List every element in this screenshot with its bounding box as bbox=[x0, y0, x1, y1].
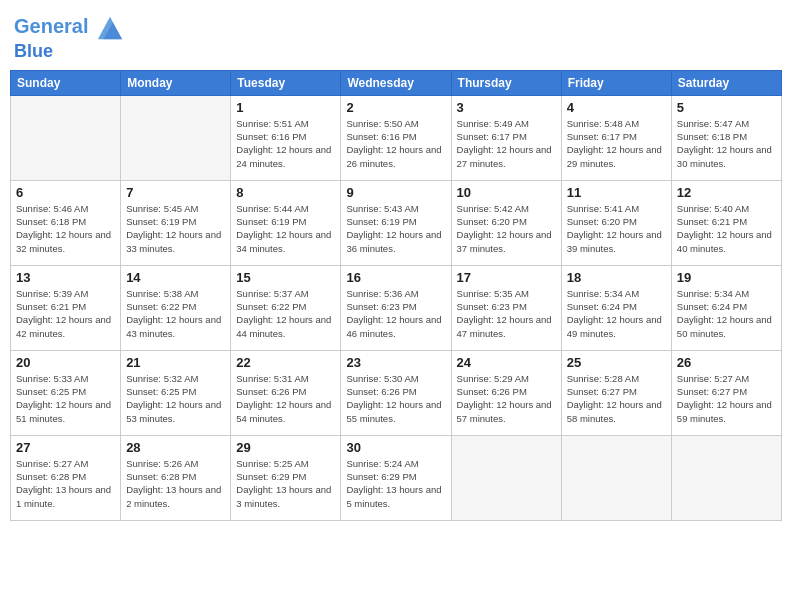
logo: General Blue bbox=[14, 14, 124, 62]
day-number: 12 bbox=[677, 185, 776, 200]
day-number: 25 bbox=[567, 355, 666, 370]
day-number: 2 bbox=[346, 100, 445, 115]
day-info: Sunrise: 5:29 AM Sunset: 6:26 PM Dayligh… bbox=[457, 372, 556, 425]
week-row-2: 6Sunrise: 5:46 AM Sunset: 6:18 PM Daylig… bbox=[11, 180, 782, 265]
day-info: Sunrise: 5:45 AM Sunset: 6:19 PM Dayligh… bbox=[126, 202, 225, 255]
day-number: 8 bbox=[236, 185, 335, 200]
calendar-cell bbox=[671, 435, 781, 520]
calendar-cell: 22Sunrise: 5:31 AM Sunset: 6:26 PM Dayli… bbox=[231, 350, 341, 435]
calendar-cell: 6Sunrise: 5:46 AM Sunset: 6:18 PM Daylig… bbox=[11, 180, 121, 265]
day-info: Sunrise: 5:32 AM Sunset: 6:25 PM Dayligh… bbox=[126, 372, 225, 425]
calendar-cell: 11Sunrise: 5:41 AM Sunset: 6:20 PM Dayli… bbox=[561, 180, 671, 265]
day-number: 11 bbox=[567, 185, 666, 200]
calendar-cell: 19Sunrise: 5:34 AM Sunset: 6:24 PM Dayli… bbox=[671, 265, 781, 350]
day-number: 15 bbox=[236, 270, 335, 285]
day-number: 1 bbox=[236, 100, 335, 115]
week-row-1: 1Sunrise: 5:51 AM Sunset: 6:16 PM Daylig… bbox=[11, 95, 782, 180]
day-info: Sunrise: 5:26 AM Sunset: 6:28 PM Dayligh… bbox=[126, 457, 225, 510]
calendar-cell: 30Sunrise: 5:24 AM Sunset: 6:29 PM Dayli… bbox=[341, 435, 451, 520]
day-number: 7 bbox=[126, 185, 225, 200]
day-info: Sunrise: 5:33 AM Sunset: 6:25 PM Dayligh… bbox=[16, 372, 115, 425]
day-info: Sunrise: 5:34 AM Sunset: 6:24 PM Dayligh… bbox=[677, 287, 776, 340]
day-number: 9 bbox=[346, 185, 445, 200]
day-number: 28 bbox=[126, 440, 225, 455]
calendar-header-friday: Friday bbox=[561, 70, 671, 95]
day-number: 19 bbox=[677, 270, 776, 285]
calendar-cell bbox=[561, 435, 671, 520]
day-number: 22 bbox=[236, 355, 335, 370]
day-info: Sunrise: 5:34 AM Sunset: 6:24 PM Dayligh… bbox=[567, 287, 666, 340]
day-info: Sunrise: 5:39 AM Sunset: 6:21 PM Dayligh… bbox=[16, 287, 115, 340]
day-info: Sunrise: 5:36 AM Sunset: 6:23 PM Dayligh… bbox=[346, 287, 445, 340]
header: General Blue bbox=[10, 10, 782, 62]
calendar-cell: 12Sunrise: 5:40 AM Sunset: 6:21 PM Dayli… bbox=[671, 180, 781, 265]
day-info: Sunrise: 5:43 AM Sunset: 6:19 PM Dayligh… bbox=[346, 202, 445, 255]
calendar-cell: 26Sunrise: 5:27 AM Sunset: 6:27 PM Dayli… bbox=[671, 350, 781, 435]
day-info: Sunrise: 5:48 AM Sunset: 6:17 PM Dayligh… bbox=[567, 117, 666, 170]
calendar-cell: 17Sunrise: 5:35 AM Sunset: 6:23 PM Dayli… bbox=[451, 265, 561, 350]
day-number: 27 bbox=[16, 440, 115, 455]
calendar-cell: 16Sunrise: 5:36 AM Sunset: 6:23 PM Dayli… bbox=[341, 265, 451, 350]
day-info: Sunrise: 5:49 AM Sunset: 6:17 PM Dayligh… bbox=[457, 117, 556, 170]
day-info: Sunrise: 5:25 AM Sunset: 6:29 PM Dayligh… bbox=[236, 457, 335, 510]
day-info: Sunrise: 5:27 AM Sunset: 6:27 PM Dayligh… bbox=[677, 372, 776, 425]
day-number: 6 bbox=[16, 185, 115, 200]
day-number: 14 bbox=[126, 270, 225, 285]
calendar-header-sunday: Sunday bbox=[11, 70, 121, 95]
calendar-cell bbox=[11, 95, 121, 180]
day-number: 4 bbox=[567, 100, 666, 115]
day-info: Sunrise: 5:27 AM Sunset: 6:28 PM Dayligh… bbox=[16, 457, 115, 510]
day-info: Sunrise: 5:44 AM Sunset: 6:19 PM Dayligh… bbox=[236, 202, 335, 255]
day-info: Sunrise: 5:41 AM Sunset: 6:20 PM Dayligh… bbox=[567, 202, 666, 255]
calendar-header-monday: Monday bbox=[121, 70, 231, 95]
calendar-cell: 28Sunrise: 5:26 AM Sunset: 6:28 PM Dayli… bbox=[121, 435, 231, 520]
day-number: 13 bbox=[16, 270, 115, 285]
day-info: Sunrise: 5:40 AM Sunset: 6:21 PM Dayligh… bbox=[677, 202, 776, 255]
day-number: 30 bbox=[346, 440, 445, 455]
logo-blue: Blue bbox=[14, 42, 124, 62]
calendar-cell bbox=[451, 435, 561, 520]
day-number: 17 bbox=[457, 270, 556, 285]
day-info: Sunrise: 5:24 AM Sunset: 6:29 PM Dayligh… bbox=[346, 457, 445, 510]
day-info: Sunrise: 5:51 AM Sunset: 6:16 PM Dayligh… bbox=[236, 117, 335, 170]
calendar-header-row: SundayMondayTuesdayWednesdayThursdayFrid… bbox=[11, 70, 782, 95]
calendar-cell: 21Sunrise: 5:32 AM Sunset: 6:25 PM Dayli… bbox=[121, 350, 231, 435]
day-info: Sunrise: 5:31 AM Sunset: 6:26 PM Dayligh… bbox=[236, 372, 335, 425]
week-row-3: 13Sunrise: 5:39 AM Sunset: 6:21 PM Dayli… bbox=[11, 265, 782, 350]
calendar-cell: 7Sunrise: 5:45 AM Sunset: 6:19 PM Daylig… bbox=[121, 180, 231, 265]
calendar: SundayMondayTuesdayWednesdayThursdayFrid… bbox=[10, 70, 782, 521]
calendar-cell: 18Sunrise: 5:34 AM Sunset: 6:24 PM Dayli… bbox=[561, 265, 671, 350]
calendar-header-tuesday: Tuesday bbox=[231, 70, 341, 95]
week-row-5: 27Sunrise: 5:27 AM Sunset: 6:28 PM Dayli… bbox=[11, 435, 782, 520]
calendar-cell: 29Sunrise: 5:25 AM Sunset: 6:29 PM Dayli… bbox=[231, 435, 341, 520]
calendar-cell: 9Sunrise: 5:43 AM Sunset: 6:19 PM Daylig… bbox=[341, 180, 451, 265]
day-number: 10 bbox=[457, 185, 556, 200]
day-number: 5 bbox=[677, 100, 776, 115]
calendar-cell: 5Sunrise: 5:47 AM Sunset: 6:18 PM Daylig… bbox=[671, 95, 781, 180]
day-number: 29 bbox=[236, 440, 335, 455]
calendar-cell: 3Sunrise: 5:49 AM Sunset: 6:17 PM Daylig… bbox=[451, 95, 561, 180]
day-number: 3 bbox=[457, 100, 556, 115]
logo-text: General bbox=[14, 14, 124, 42]
calendar-cell: 20Sunrise: 5:33 AM Sunset: 6:25 PM Dayli… bbox=[11, 350, 121, 435]
calendar-cell: 24Sunrise: 5:29 AM Sunset: 6:26 PM Dayli… bbox=[451, 350, 561, 435]
day-number: 24 bbox=[457, 355, 556, 370]
day-number: 18 bbox=[567, 270, 666, 285]
calendar-header-wednesday: Wednesday bbox=[341, 70, 451, 95]
calendar-cell: 1Sunrise: 5:51 AM Sunset: 6:16 PM Daylig… bbox=[231, 95, 341, 180]
day-info: Sunrise: 5:28 AM Sunset: 6:27 PM Dayligh… bbox=[567, 372, 666, 425]
day-info: Sunrise: 5:38 AM Sunset: 6:22 PM Dayligh… bbox=[126, 287, 225, 340]
day-info: Sunrise: 5:30 AM Sunset: 6:26 PM Dayligh… bbox=[346, 372, 445, 425]
calendar-cell: 25Sunrise: 5:28 AM Sunset: 6:27 PM Dayli… bbox=[561, 350, 671, 435]
calendar-cell: 2Sunrise: 5:50 AM Sunset: 6:16 PM Daylig… bbox=[341, 95, 451, 180]
day-info: Sunrise: 5:37 AM Sunset: 6:22 PM Dayligh… bbox=[236, 287, 335, 340]
day-number: 23 bbox=[346, 355, 445, 370]
day-number: 16 bbox=[346, 270, 445, 285]
day-info: Sunrise: 5:46 AM Sunset: 6:18 PM Dayligh… bbox=[16, 202, 115, 255]
calendar-cell: 27Sunrise: 5:27 AM Sunset: 6:28 PM Dayli… bbox=[11, 435, 121, 520]
calendar-cell: 8Sunrise: 5:44 AM Sunset: 6:19 PM Daylig… bbox=[231, 180, 341, 265]
day-number: 21 bbox=[126, 355, 225, 370]
day-number: 20 bbox=[16, 355, 115, 370]
calendar-header-saturday: Saturday bbox=[671, 70, 781, 95]
week-row-4: 20Sunrise: 5:33 AM Sunset: 6:25 PM Dayli… bbox=[11, 350, 782, 435]
